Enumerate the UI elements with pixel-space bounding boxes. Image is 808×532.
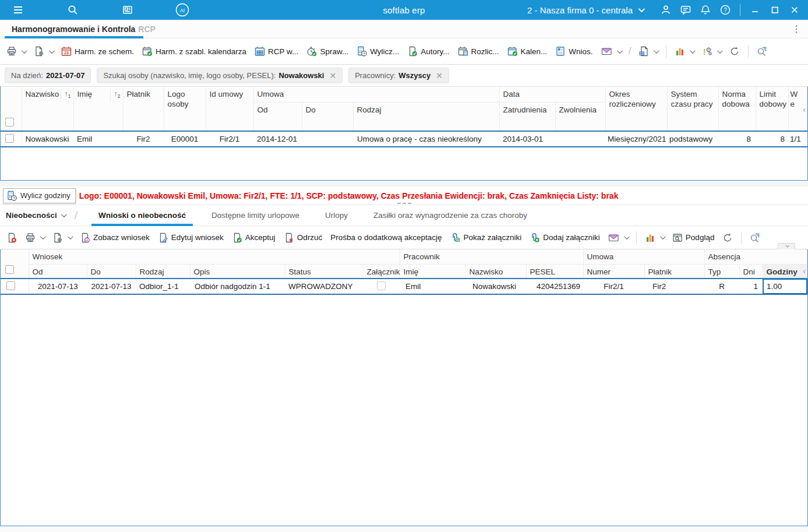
print-button[interactable] bbox=[2, 44, 30, 59]
wylicz-button[interactable]: Wylicz... bbox=[352, 44, 403, 59]
kalen-button[interactable]: Kalen... bbox=[503, 44, 552, 59]
page-settings-button[interactable] bbox=[48, 230, 76, 245]
collapse-panel-icon[interactable]: ‹ bbox=[803, 105, 806, 114]
rozlic-button[interactable]: Rozlic... bbox=[454, 44, 503, 59]
search-icon[interactable] bbox=[62, 0, 84, 20]
chart-button[interactable] bbox=[671, 44, 698, 59]
filter-szukaj-osoby[interactable]: Szukaj osoby (nazwisko, imię, logo osoby… bbox=[97, 68, 343, 83]
dodaj-zalaczniki-button[interactable]: Dodaj załączniki bbox=[525, 230, 604, 245]
col-header-id-umowy[interactable]: Id umowy bbox=[206, 87, 253, 131]
harm-ze-schem-button[interactable]: 23 Harm. ze schem. bbox=[57, 44, 138, 59]
col-header-logo-osoby[interactable]: Logo osoby bbox=[164, 87, 206, 131]
col-header-typ[interactable]: Typ bbox=[704, 264, 739, 279]
col-header-umowa-od[interactable]: Od bbox=[253, 102, 302, 131]
ai-assistant-icon[interactable]: AI bbox=[171, 0, 193, 20]
col-header-dni[interactable]: Dni bbox=[739, 264, 763, 279]
col-header-data-zatrudnienia[interactable]: Zatrudnienia bbox=[499, 102, 555, 131]
sort-asc-2-icon[interactable]: ↑2 bbox=[110, 89, 122, 101]
sort-asc-1-icon[interactable]: ↑1 bbox=[61, 89, 73, 101]
col-header-pesel[interactable]: PESEL bbox=[526, 264, 583, 279]
odrzuc-button[interactable]: Odrzuć bbox=[280, 230, 327, 245]
attachment-checkbox[interactable] bbox=[377, 281, 386, 290]
col-header-godziny[interactable]: Godziny bbox=[763, 264, 807, 279]
col-header-rodzaj[interactable]: Rodzaj bbox=[136, 264, 190, 279]
maximize-icon[interactable] bbox=[765, 0, 785, 20]
col-header-numer[interactable]: Numer bbox=[583, 264, 644, 279]
col-header-nazwisko[interactable]: ↑1Nazwisko bbox=[22, 87, 73, 131]
employee-row[interactable]: Nowakowski Emil Fir2 E00001 Fir2/1 2014-… bbox=[1, 131, 807, 147]
col-header-okres[interactable]: Okres rozliczeniowy bbox=[605, 87, 667, 131]
request-row[interactable]: 2021-07-13 2021-07-13 Odbior_1-1 Odbiór … bbox=[1, 279, 807, 294]
wnios-button[interactable]: Wnios. bbox=[551, 44, 597, 59]
news-icon[interactable] bbox=[117, 0, 139, 20]
col-header-limit[interactable]: Limit dobowy bbox=[756, 87, 788, 131]
col-header-umowa-do[interactable]: Do bbox=[302, 102, 353, 131]
delete-button[interactable] bbox=[2, 230, 21, 245]
alerts-settings-button[interactable]: ! bbox=[698, 44, 725, 59]
help-icon[interactable]: ? bbox=[715, 0, 735, 20]
user-icon[interactable] bbox=[656, 0, 676, 20]
company-selector[interactable]: 2 - Nasza firma 0 - centrala bbox=[527, 5, 643, 15]
tab-zasilki[interactable]: Zasiłki oraz wynagrodzenie za czas choro… bbox=[361, 205, 540, 226]
select-all-checkbox[interactable] bbox=[5, 265, 14, 274]
col-header-imie[interactable]: ↑2Imię bbox=[73, 87, 123, 131]
col-header-platnik[interactable]: Płatnik bbox=[123, 87, 164, 131]
tab-dostepne-limity[interactable]: Dostępne limity urlopowe bbox=[199, 205, 312, 226]
col-header-umowa-rodzaj[interactable]: Rodzaj bbox=[353, 102, 499, 131]
search-filter-button[interactable] bbox=[746, 230, 764, 245]
col-header-data-zwolnienia[interactable]: Zwolnienia bbox=[555, 102, 605, 131]
prosba-akceptacja-button[interactable]: Prośba o dodatkową akceptację bbox=[326, 231, 446, 244]
cell-godziny[interactable]: 1.00 bbox=[763, 279, 807, 294]
filter-pracownicy[interactable]: Pracownicy: Wszyscy ✕ bbox=[348, 68, 449, 83]
col-header-platnik[interactable]: Płatnik bbox=[644, 264, 704, 279]
chat-icon[interactable] bbox=[676, 0, 696, 20]
spraw-button[interactable]: Spraw... bbox=[302, 44, 352, 59]
collapse-panel-icon[interactable]: ‹ bbox=[803, 267, 806, 275]
refresh-button[interactable] bbox=[718, 230, 737, 245]
minimize-icon[interactable] bbox=[745, 0, 765, 20]
autory-button[interactable]: Autory... bbox=[403, 44, 453, 59]
close-icon[interactable] bbox=[785, 0, 805, 20]
zobacz-wniosek-button[interactable]: Zobacz wniosek bbox=[76, 230, 154, 245]
tab-urlopy[interactable]: Urlopy bbox=[312, 205, 361, 226]
search-filter-button[interactable] bbox=[753, 44, 771, 59]
pane-splitter[interactable] bbox=[0, 181, 808, 186]
select-all-checkbox[interactable] bbox=[5, 118, 14, 126]
col-header-status[interactable]: Status bbox=[285, 264, 363, 279]
pokaz-zalaczniki-button[interactable]: Pokaż załączniki bbox=[446, 230, 526, 245]
close-icon[interactable]: ✕ bbox=[329, 71, 336, 80]
filter-na-dzien[interactable]: Na dzień: 2021-07-07 bbox=[5, 68, 91, 83]
tab-wnioski-o-nieobecnosc[interactable]: Wnioski o nieobecność bbox=[86, 205, 199, 226]
akceptuj-button[interactable]: Akceptuj bbox=[228, 230, 280, 245]
col-header-opis[interactable]: Opis bbox=[190, 264, 285, 279]
mail-button[interactable] bbox=[597, 44, 625, 59]
col-header-zalacznik[interactable]: Załącznik bbox=[363, 264, 400, 279]
page-settings-button[interactable] bbox=[30, 44, 57, 59]
notifications-icon[interactable] bbox=[696, 0, 715, 20]
tab-harmonogramowanie[interactable]: Harmonogramowanie i Kontrola RCP bbox=[0, 20, 166, 38]
col-header-od[interactable]: Od bbox=[29, 264, 87, 279]
podglad-button[interactable]: Podgląd bbox=[668, 230, 719, 245]
refresh-button[interactable] bbox=[725, 44, 744, 59]
menu-icon[interactable] bbox=[7, 0, 29, 20]
edytuj-wniosek-button[interactable]: Edytuj wniosek bbox=[154, 230, 228, 245]
section-selector[interactable]: Nieobecności bbox=[6, 211, 65, 220]
splitter-handle[interactable] bbox=[397, 203, 411, 204]
chevron-down-icon bbox=[717, 48, 723, 54]
close-icon[interactable]: ✕ bbox=[436, 71, 443, 80]
row-checkbox[interactable] bbox=[6, 281, 15, 290]
print-button[interactable] bbox=[21, 230, 48, 245]
harm-z-szabl-button[interactable]: Harm. z szabl. kalendarza bbox=[138, 44, 250, 59]
mail-button[interactable] bbox=[604, 230, 632, 245]
col-header-norma[interactable]: Norma dobowa bbox=[718, 87, 756, 131]
col-header-do[interactable]: Do bbox=[87, 264, 136, 279]
tab-overflow-menu-icon[interactable]: ⋮ bbox=[792, 23, 801, 34]
col-header-nazwisko[interactable]: Nazwisko bbox=[465, 264, 526, 279]
export-button[interactable] bbox=[634, 44, 662, 59]
row-checkbox[interactable] bbox=[5, 134, 14, 143]
chart-button[interactable] bbox=[641, 230, 668, 245]
col-header-imie[interactable]: Imię bbox=[400, 264, 465, 279]
collapse-toolbar-tab[interactable] bbox=[778, 243, 795, 249]
rcp-button[interactable]: RCP w... bbox=[250, 44, 302, 59]
col-header-system[interactable]: System czasu pracy bbox=[667, 87, 718, 131]
